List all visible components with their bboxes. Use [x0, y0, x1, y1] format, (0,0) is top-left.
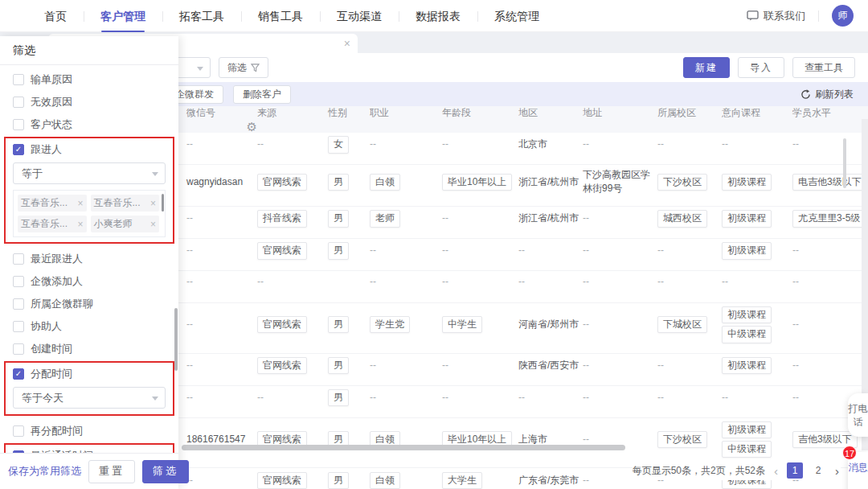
table-cell: -- [722, 272, 792, 292]
checkbox[interactable] [13, 298, 24, 310]
nav-item[interactable]: 首页 [27, 0, 84, 32]
nav-item[interactable]: 互动渠道 [320, 0, 399, 32]
table-cell: -- [186, 208, 257, 228]
column-header: 职业 [370, 106, 442, 120]
nav-item[interactable]: 系统管理 [477, 0, 556, 32]
table-cell: -- [583, 272, 657, 292]
table-cell: 城西校区 [657, 207, 722, 230]
tag-chip[interactable]: 互春音乐...× [91, 195, 160, 212]
filter-group: 协助人 [0, 315, 178, 338]
nav-item[interactable]: 销售工具 [241, 0, 320, 32]
column-header: 地区 [518, 106, 583, 120]
table-cell: -- [583, 314, 657, 335]
filter-checkbox-item[interactable]: 无效原因 [0, 91, 178, 113]
dedupe-tool-button[interactable]: 查重工具 [792, 57, 855, 78]
nav-item[interactable]: 拓客工具 [162, 0, 241, 32]
apply-filter-button[interactable]: 筛选 [142, 460, 189, 483]
vertical-scrollbar-thumb[interactable] [843, 138, 846, 188]
column-header: 意向课程 [722, 106, 792, 120]
cell-tag: 男 [328, 472, 349, 489]
tag-close-icon[interactable]: × [150, 219, 156, 230]
filter-checkbox-item[interactable]: 企微添加人 [0, 270, 178, 293]
cell-text: -- [722, 138, 728, 151]
checkbox[interactable] [13, 321, 24, 332]
table-cell: -- [370, 240, 442, 261]
table-cell: -- [583, 355, 657, 376]
tags-scrollbar-thumb[interactable] [162, 194, 164, 212]
table-cell: -- [792, 134, 841, 154]
horizontal-scrollbar-thumb[interactable] [182, 445, 625, 450]
checkbox[interactable] [13, 74, 24, 85]
tag-chip[interactable]: 互春音乐...× [18, 216, 87, 232]
checkbox[interactable] [13, 119, 24, 130]
filter-checkbox-item[interactable]: 客户状态 [0, 113, 178, 136]
cell-text: -- [186, 138, 193, 151]
checkbox[interactable] [13, 343, 24, 355]
checkbox[interactable] [13, 276, 24, 287]
cell-text: -- [657, 244, 664, 257]
checkbox[interactable] [13, 97, 24, 108]
filter-checkbox-item[interactable]: ✓跟进人 [6, 138, 173, 161]
checkbox[interactable] [13, 425, 24, 437]
filter-checkbox-item[interactable]: 最近跟进人 [0, 248, 178, 270]
cell-tag: 白领 [370, 472, 400, 489]
checkbox[interactable] [13, 253, 24, 265]
table-cell: -- [792, 272, 841, 292]
filter-checkbox-item[interactable]: ✓分配时间 [6, 363, 173, 385]
contact-us-button[interactable]: 联系我们 [747, 9, 805, 23]
filter-checkbox-item[interactable]: 协助人 [0, 315, 178, 338]
refresh-list-label: 刷新列表 [815, 88, 854, 101]
page-button[interactable]: 2 [810, 462, 826, 479]
filter-checkbox-item[interactable]: 创建时间 [0, 338, 178, 360]
filter-checkbox-item[interactable]: ✓最近通话时间 [6, 445, 173, 453]
import-button[interactable]: 导入 [738, 57, 784, 78]
nav-item[interactable]: 客户管理 [84, 0, 162, 32]
filter-operator-select[interactable]: 等于 [13, 162, 166, 184]
table-cell [841, 363, 862, 369]
table-cell: 官网线索 [257, 313, 328, 336]
filter-group: ✓最近通话时间等于今天 [4, 443, 174, 453]
filter-group: ✓分配时间等于今天 [4, 361, 174, 416]
avatar[interactable]: 师 [832, 5, 854, 27]
tag-close-icon[interactable]: × [77, 198, 83, 209]
filter-checkbox-item[interactable]: 再分配时间 [0, 420, 178, 442]
refresh-list-button[interactable]: 刷新列表 [800, 88, 854, 101]
cell-text: 陕西省/西安市 [518, 359, 579, 372]
panel-scrollbar-thumb[interactable] [174, 308, 178, 371]
cell-text: -- [518, 275, 525, 289]
tab-close-icon[interactable]: × [344, 37, 350, 50]
cell-tag: 初级课程 [722, 242, 772, 259]
table-cell [186, 199, 257, 206]
checkbox[interactable]: ✓ [13, 144, 24, 155]
tag-chip[interactable]: 小爽老师× [91, 216, 160, 232]
page-button[interactable]: 1 [787, 462, 803, 479]
tag-close-icon[interactable]: × [150, 198, 156, 209]
cell-tag: 中级课程 [722, 441, 772, 458]
filter-checkbox-item[interactable]: 所属企微群聊 [0, 293, 178, 315]
filter-label: 协助人 [31, 319, 62, 334]
checkbox[interactable]: ✓ [13, 368, 24, 380]
checkbox[interactable]: ✓ [13, 450, 24, 453]
tag-chip[interactable]: 互春音乐...× [18, 195, 87, 212]
cell-text: -- [792, 391, 799, 405]
filter-operator-select[interactable]: 等于今天 [13, 387, 166, 409]
filter-checkbox-item[interactable]: 输单原因 [0, 68, 178, 91]
filter-label: 所属企微群聊 [31, 297, 93, 311]
reset-button[interactable]: 重置 [88, 460, 135, 483]
toolbar-filter-label: 筛选 [227, 61, 247, 75]
cell-text: 浙江省/杭州市 [518, 175, 579, 189]
nav-item[interactable]: 数据报表 [399, 0, 477, 32]
table-cell: wagnyidasan [186, 172, 257, 192]
new-button[interactable]: 新建 [683, 57, 730, 78]
message-widget[interactable]: 17 消息 [848, 452, 868, 489]
table-cell: 北京市 [518, 134, 583, 154]
tag-close-icon[interactable]: × [77, 219, 83, 230]
next-page-button[interactable]: › [833, 464, 841, 478]
filter-label: 客户状态 [31, 117, 72, 132]
prev-page-button[interactable]: ‹ [772, 464, 780, 478]
table-cell: 下沙校区 [657, 171, 722, 194]
delete-customers-button[interactable]: 删除客户 [233, 85, 291, 104]
call-widget[interactable]: 打电话 [848, 393, 868, 437]
toolbar-filter-button[interactable]: 筛选 [219, 57, 268, 78]
save-filter-link[interactable]: 保存为常用筛选 [8, 464, 81, 479]
